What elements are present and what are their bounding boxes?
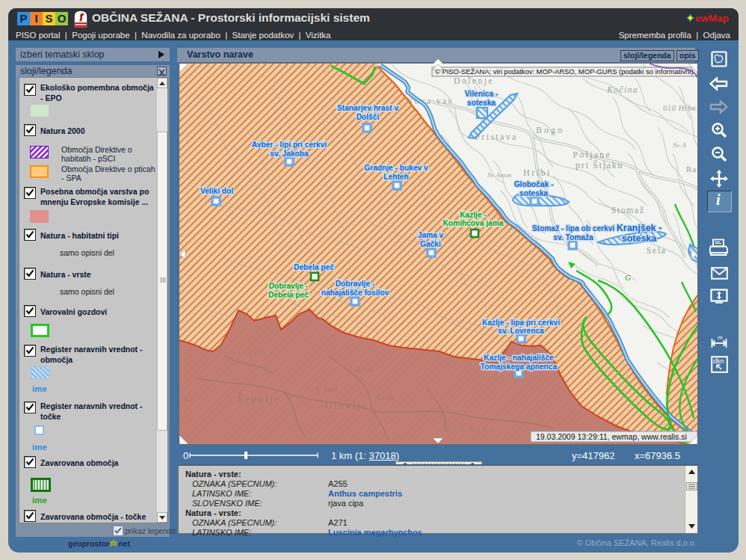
- svg-text:Globočak -: Globočak -: [514, 180, 554, 188]
- svg-text:Jama v: Jama v: [418, 231, 444, 239]
- svg-text:dkn: dkn: [713, 357, 724, 365]
- svg-text:Bogo: Bogo: [536, 125, 564, 135]
- svg-text:Kazlje -: Kazlje -: [460, 211, 487, 219]
- svg-text:soteska: soteska: [467, 99, 496, 107]
- svg-text:Sv. A: Sv. A: [673, 141, 686, 149]
- svg-text:Sela: Sela: [647, 245, 667, 256]
- svg-text:© PISO-SEŽANA; viri podatkov:: © PISO-SEŽANA; viri podatkov: MOP-ARSO, …: [435, 67, 694, 76]
- svg-text:Lehteh: Lehteh: [383, 173, 408, 181]
- svg-text:sv. Tomaža: sv. Tomaža: [553, 233, 594, 241]
- svg-text:Poljane: Poljane: [573, 150, 611, 160]
- svg-text:Dobravlje -: Dobravlje -: [269, 282, 309, 290]
- svg-text:m: m: [718, 334, 723, 341]
- svg-text:soteska: soteska: [622, 233, 658, 244]
- svg-text:G: G: [625, 273, 631, 282]
- svg-text:Šepulje: Šepulje: [237, 393, 280, 404]
- svg-text:Vilenica -: Vilenica -: [465, 90, 499, 98]
- svg-text:Komihcova jama: Komihcova jama: [443, 219, 504, 227]
- svg-text:Raz: Raz: [686, 164, 697, 173]
- svg-text:pri Štjaku: pri Štjaku: [576, 160, 623, 170]
- svg-text:Hribi: Hribi: [523, 167, 552, 178]
- svg-text:19.03.2009 13:29:11, ewmap, ww: 19.03.2009 13:29:11, ewmap, www.realis.s…: [536, 432, 687, 441]
- svg-text:Utovlje: Utovlje: [324, 399, 368, 411]
- svg-text:V O L A R I J A: V O L A R I J A: [437, 425, 495, 433]
- svg-text:Kazlje - lipa pri cerkvi: Kazlje - lipa pri cerkvi: [482, 319, 560, 327]
- svg-text:Gradnje - bukev v: Gradnje - bukev v: [364, 164, 428, 172]
- svg-text:AJ: AJ: [183, 394, 194, 403]
- svg-text:Stanarjev hrast v: Stanarjev hrast v: [337, 104, 398, 112]
- svg-text:Debela peč: Debela peč: [268, 291, 309, 299]
- svg-text:Veliki dol: Veliki dol: [200, 187, 233, 195]
- svg-text:Dolenje: Dolenje: [454, 76, 494, 86]
- svg-text:Stomaž: Stomaž: [611, 205, 645, 215]
- svg-text:Tomajskega apnenca: Tomajskega apnenca: [481, 363, 558, 371]
- svg-text:Pristava: Pristava: [475, 132, 517, 141]
- svg-text:sv. Jakoba: sv. Jakoba: [270, 150, 309, 158]
- svg-text:Kočina: Kočina: [606, 85, 638, 94]
- svg-text:Debela peč: Debela peč: [294, 263, 334, 271]
- svg-text:Griči: Griči: [377, 394, 395, 401]
- svg-text:Dobravlje -: Dobravlje -: [336, 280, 375, 288]
- svg-text:Kranjšek -: Kranjšek -: [617, 223, 662, 233]
- svg-text:610 Hrbe: 610 Hrbe: [663, 104, 696, 112]
- svg-text:Gački: Gački: [420, 240, 441, 248]
- svg-text:V vasi: V vasi: [315, 386, 338, 393]
- svg-text:Kazlje - nahajališče: Kazlje - nahajališče: [484, 354, 554, 362]
- svg-text:Stomaž - lipa ob cerkvi: Stomaž - lipa ob cerkvi: [532, 224, 615, 233]
- svg-text:L I S I C N A: L I S I C N A: [232, 349, 273, 356]
- svg-text:Sv. Anton: Sv. Anton: [487, 171, 511, 179]
- svg-text:Brith: Brith: [355, 366, 374, 374]
- svg-text:soteska: soteska: [520, 189, 548, 197]
- svg-text:nahajališče fosilov: nahajališče fosilov: [321, 289, 389, 297]
- svg-text:Dolšči: Dolšči: [357, 113, 380, 121]
- svg-text:Avber - lipi pri cerkvi: Avber - lipi pri cerkvi: [252, 141, 327, 149]
- svg-text:sv. Lovrenca: sv. Lovrenca: [498, 327, 544, 335]
